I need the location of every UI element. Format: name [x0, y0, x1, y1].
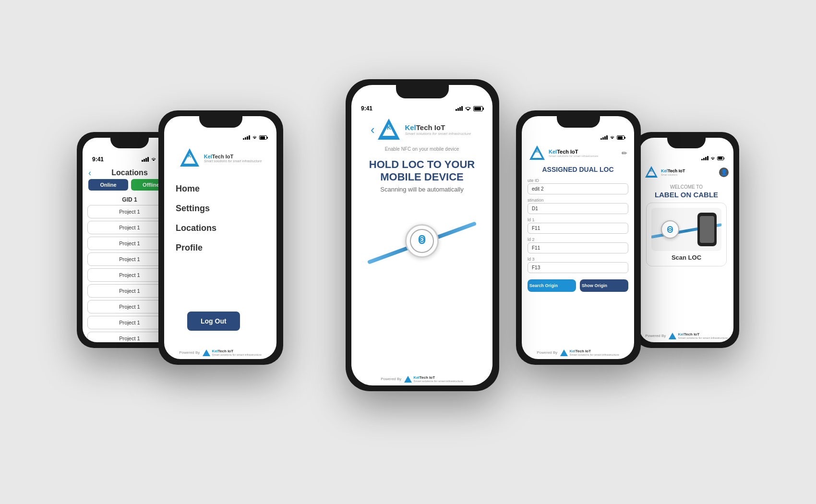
powered-logo-5: KelTech IoT Smart solutions for smart in… [669, 332, 727, 339]
logout-area: Log Out [164, 302, 276, 346]
status-icons-3 [456, 106, 483, 111]
brand-name-2: KelTech IoT [204, 154, 262, 159]
back-button-1[interactable]: ‹ [88, 168, 91, 178]
phone-image [697, 213, 717, 246]
menu-item-locations[interactable]: Locations [176, 220, 265, 236]
status-icons-2 [243, 135, 267, 140]
label-cable-title: LABEL ON CABLE [639, 191, 733, 203]
time-1: 9:41 [92, 156, 104, 163]
powered-text-2: Powered By [179, 350, 200, 355]
nfc-brand: KelTech IoT Smart solutions for smart in… [405, 123, 471, 136]
powered-brand-text-5: KelTech IoT Smart solutions for smart in… [678, 332, 727, 339]
wifi-icon-5 [710, 156, 715, 160]
logo-text-2: KelTech IoT Smart solutions for smart in… [204, 154, 262, 163]
scan-loc-label: Scan LOC [672, 254, 701, 261]
dual-loc-buttons: Search Origin Show Origin [522, 276, 634, 296]
nfc-waves-icon [415, 234, 429, 248]
powered-triangle-icon-5 [669, 333, 676, 339]
nfc-tag-inner [410, 229, 434, 253]
powered-by-3: Powered By KelTech IoT Smart solutions f… [351, 372, 492, 385]
logo-2: K KelTech IoT Smart solutions for smart … [179, 147, 262, 168]
user-icon[interactable]: 👤 [719, 168, 729, 177]
nfc-main-title: HOLD LOC TO YOUR MOBILE DEVICE [351, 154, 492, 186]
phone5-logo: K KelTech IoT Smart solutions [644, 165, 685, 180]
status-bar-4 [522, 128, 634, 142]
battery-icon-3 [473, 106, 483, 111]
powered-text-5: Powered By [645, 334, 666, 338]
screen-label-cable: K KelTech IoT Smart solutions 👤 WELCOME … [639, 138, 733, 342]
powered-text-3: Powered By [381, 377, 401, 381]
menu-item-settings[interactable]: Settings [176, 201, 265, 216]
nfc-enable-text: Enable NFC on your mobile device [351, 144, 492, 154]
form-field-1: ld 1 F11 [522, 216, 634, 236]
locations-title: Locations [111, 168, 148, 177]
powered-brand-text: KelTech IoT Smart solutions for smart in… [212, 349, 261, 356]
phone-screen-image [700, 216, 714, 243]
back-button-3[interactable]: ‹ [371, 122, 375, 137]
powered-brand-text-4: KelTech IoT Smart solutions for smart in… [569, 349, 619, 356]
phone-nfc: 9:41 [346, 79, 499, 391]
powered-logo-2: KelTech IoT Smart solutions for smart in… [203, 349, 261, 356]
dual-loc-header: K KelTech IoT Smart solutions for smart … [522, 142, 634, 164]
battery-icon-5 [717, 156, 724, 160]
powered-brand-text-3: KelTech IoT Smart solutions for smart in… [413, 375, 463, 383]
edit-button[interactable]: ✏ [622, 149, 627, 157]
status-icons-4 [600, 135, 624, 140]
tab-online[interactable]: Online [88, 179, 128, 191]
powered-triangle-icon-3 [404, 376, 412, 383]
menu-item-home[interactable]: Home [176, 181, 265, 197]
form-field-3: ld 3 F13 [522, 256, 634, 276]
status-bar-2 [164, 128, 276, 142]
phone5-header: K KelTech IoT Smart solutions 👤 [639, 162, 733, 181]
nfc-top-bar: ‹ K KelTech IoT Smart solutions f [351, 115, 492, 144]
form-field-route-id: ute ID edit 2 [522, 177, 634, 197]
powered-triangle-icon [203, 349, 210, 356]
wifi-icon-3 [465, 106, 471, 111]
menu-nav: Home Settings Locations Profile [164, 171, 276, 265]
field-input-3[interactable]: F13 [528, 262, 628, 273]
powered-by-2: Powered By KelTech IoT Smart solutions f… [164, 346, 276, 359]
powered-logo-4: KelTech IoT Smart solutions for smart in… [560, 349, 619, 356]
logo-area-2: K KelTech IoT Smart solutions for smart … [164, 142, 276, 171]
screen-dual-loc: K KelTech IoT Smart solutions for smart … [522, 116, 634, 359]
status-bar-5 [639, 149, 733, 162]
nfc-image-area [351, 198, 492, 284]
nfc-tag-5 [661, 220, 679, 239]
wifi-icon-2 [252, 135, 257, 140]
powered-by-5: Powered By KelTech IoT Smart solutions f… [639, 329, 733, 342]
powered-by-4: Powered By KelTech IoT Smart solutions f… [522, 346, 634, 359]
field-input-1[interactable]: F11 [528, 223, 628, 234]
logo-triangle-3: K [377, 118, 401, 142]
nfc-tag [405, 224, 439, 258]
field-input-route[interactable]: edit 2 [528, 183, 628, 194]
logo-triangle-5: K [644, 165, 659, 180]
signal-icon-4 [600, 135, 608, 140]
screen-menu: K KelTech IoT Smart solutions for smart … [164, 116, 276, 359]
field-input-2[interactable]: F11 [528, 242, 628, 253]
logout-button[interactable]: Log Out [187, 312, 240, 331]
nfc-logo: K KelTech IoT Smart solutions for smart … [375, 118, 473, 142]
show-origin-button[interactable]: Show Origin [580, 279, 628, 292]
search-origin-button[interactable]: Search Origin [528, 279, 576, 292]
form-field-destination: stination D1 [522, 197, 634, 216]
assigned-title: ASSIGNED DUAL LOC [522, 164, 634, 177]
battery-icon-2 [259, 135, 267, 140]
field-label-route: ute ID [528, 178, 628, 183]
form-field-2: ld 2 F11 [522, 236, 634, 256]
field-input-dest[interactable]: D1 [528, 203, 628, 214]
time-3: 9:41 [361, 105, 372, 112]
scan-loc-card: Scan LOC [646, 203, 727, 266]
field-label-1: ld 1 [528, 217, 628, 222]
wifi-icon-4 [610, 135, 615, 140]
nfc-subtitle: Scanning will be automatically [351, 186, 492, 198]
scan-image-area [651, 208, 721, 251]
phones-showcase: 9:41 [48, 36, 768, 468]
powered-logo-3: KelTech IoT Smart solutions for smart in… [404, 375, 463, 383]
battery-icon-4 [617, 135, 624, 140]
signal-icon-5 [701, 156, 708, 160]
brand-tagline-2: Smart solutions for smart infrastructure [204, 159, 262, 163]
screen-nfc: 9:41 [351, 85, 492, 385]
menu-item-profile[interactable]: Profile [176, 240, 265, 256]
phone-dual-loc: K KelTech IoT Smart solutions for smart … [516, 110, 641, 365]
field-label-3: ld 3 [528, 257, 628, 262]
